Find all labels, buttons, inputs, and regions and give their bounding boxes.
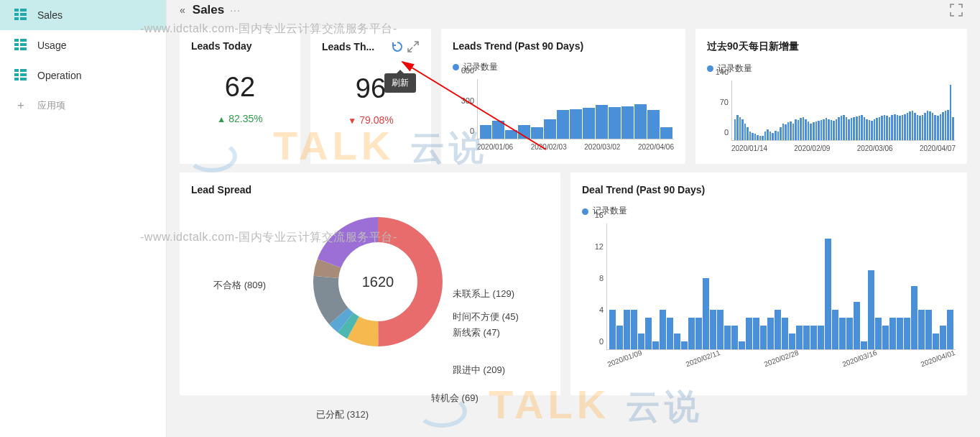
sidebar-item-operation[interactable]: Operation <box>0 60 166 91</box>
refresh-icon[interactable] <box>391 40 404 53</box>
chart-bar <box>775 310 781 349</box>
chart-bar <box>937 116 939 140</box>
bar-chart: 070140 2020/01/142020/02/092020/03/06202… <box>707 80 956 152</box>
chart-bar <box>557 110 569 139</box>
chart-bar <box>864 117 866 141</box>
chart-bar <box>945 111 947 141</box>
chart-bar <box>907 113 909 141</box>
chart-bar <box>724 326 731 349</box>
chart-bar <box>826 118 828 140</box>
sidebar-add-item[interactable]: + 应用项 <box>0 91 166 121</box>
plus-icon: + <box>14 99 27 112</box>
donut-slice-label: 不合格 (809) <box>213 279 266 292</box>
chart-bar <box>746 318 752 349</box>
legend-dot-icon <box>707 65 713 72</box>
sidebar-item-usage[interactable]: Usage <box>0 30 166 60</box>
chart-bar <box>734 119 736 141</box>
bar-chart: 0300600 2020/01/062020/02/032020/03/0220… <box>453 79 674 151</box>
chart-bar <box>932 113 934 141</box>
chart-card-deal-trend-90d: Deal Trend (Past 90 Days) 记录数量 0481216 2… <box>570 172 967 395</box>
donut-slice-label: 未联系上 (129) <box>453 288 514 300</box>
chart-bar <box>866 119 868 141</box>
chart-bar <box>832 310 838 349</box>
chart-bar <box>624 310 630 349</box>
card-title: Lead Spread <box>191 184 549 196</box>
chart-bar <box>868 270 874 349</box>
chart-bar <box>749 132 752 140</box>
chart-bar <box>746 127 749 140</box>
chart-bar <box>825 239 831 349</box>
kpi-card-leads-this: Leads Th... 96 ▼79.08% <box>310 29 431 164</box>
chart-bar <box>874 119 876 141</box>
chart-legend: 记录数量 <box>707 62 956 75</box>
chart-bar <box>660 127 672 139</box>
chart-bar <box>879 117 881 140</box>
chart-bar <box>833 121 835 140</box>
sidebar-item-label: 应用项 <box>37 99 65 112</box>
chart-bar <box>531 127 543 139</box>
chart-bar <box>917 115 919 141</box>
chart-bar <box>820 120 823 140</box>
main: « Sales ··· Leads Today 62 ▲82.35% Leads… <box>167 0 980 437</box>
chart-bar <box>813 122 815 140</box>
chart-bar <box>739 117 741 141</box>
chart-bar <box>815 121 818 140</box>
chart-bar <box>767 318 774 349</box>
chart-bar <box>853 117 855 140</box>
legend-dot-icon <box>453 64 459 70</box>
chart-bar <box>823 119 825 141</box>
sidebar-item-sales[interactable]: Sales <box>0 0 166 30</box>
chart-bar <box>808 121 810 141</box>
chart-bar <box>544 119 556 139</box>
kpi-card-leads-today: Leads Today 62 ▲82.35% <box>180 29 300 164</box>
chart-legend: 记录数量 <box>582 204 956 217</box>
chart-bar <box>688 318 695 349</box>
chart-bar <box>782 318 788 349</box>
donut-slice-label: 跟进中 (209) <box>453 364 505 377</box>
chart-bar <box>631 310 637 349</box>
chart-bar <box>933 334 939 349</box>
chart-legend: 记录数量 <box>453 60 674 73</box>
sidebar-item-label: Sales <box>37 9 63 21</box>
chart-bar <box>914 113 916 141</box>
chart-bar <box>897 318 903 349</box>
chart-bar <box>925 310 932 349</box>
chart-bar <box>736 115 739 141</box>
chart-bar <box>782 124 785 141</box>
chart-bar <box>934 115 936 141</box>
more-menu-button[interactable]: ··· <box>230 4 241 16</box>
chart-bar <box>803 117 805 141</box>
chart-card-daily-new-90d: 过去90天每日新增量 记录数量 070140 2020/01/142020/02… <box>695 29 967 164</box>
expand-icon[interactable] <box>407 40 420 53</box>
collapse-sidebar-button[interactable]: « <box>180 4 185 16</box>
chart-bar <box>681 341 688 349</box>
chart-bar <box>919 116 921 140</box>
chart-bar <box>912 111 914 141</box>
chart-bar <box>838 117 840 141</box>
chart-bar <box>796 326 803 349</box>
fullscreen-icon[interactable] <box>950 4 963 17</box>
chart-bar <box>754 134 757 140</box>
chart-card-leads-trend-90d: Leads Trend (Past 90 Days) 记录数量 0300600 … <box>441 29 685 164</box>
chart-bar <box>902 115 904 141</box>
dashboard-icon <box>14 69 27 82</box>
chart-bar <box>810 124 812 141</box>
chart-bar <box>795 119 797 141</box>
tooltip-refresh: 刷新 <box>384 73 416 93</box>
chart-bar <box>856 116 858 140</box>
chart-bar <box>950 85 952 140</box>
chart-bar <box>884 115 886 141</box>
chart-bar <box>861 341 867 349</box>
chart-bar <box>744 124 746 141</box>
chart-bar <box>904 318 910 349</box>
chart-bar <box>762 136 764 140</box>
chart-bar <box>570 109 582 139</box>
chart-bar <box>861 115 863 141</box>
chart-bar <box>638 334 644 349</box>
chart-bar <box>947 310 953 349</box>
chart-bar <box>889 117 891 141</box>
chart-bar <box>790 121 792 141</box>
chart-bar <box>952 117 954 141</box>
chart-bar <box>777 132 780 140</box>
chart-bar <box>695 318 702 349</box>
